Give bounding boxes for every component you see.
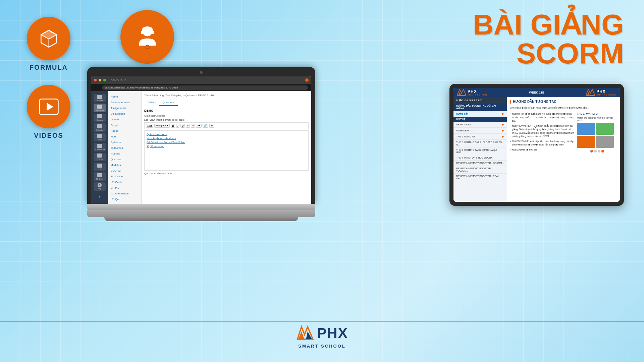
editor-link-instructions[interactable]: Quiz Instructions: bbox=[147, 133, 306, 136]
nav-lti-grade[interactable]: LTI Grade bbox=[94, 153, 106, 161]
nav-lti-attendance-label: LTI Attendance bbox=[94, 148, 105, 150]
sidebar-quizzes[interactable]: Quizzes bbox=[108, 157, 141, 162]
calendar-icon bbox=[97, 124, 102, 128]
scorm-menu-review-gram[interactable]: REVIEW & MEMORY BOOSTER - GRAMM... bbox=[453, 161, 507, 166]
url-input[interactable]: canvas.phenikaa-uni.edu.vn/courses/5886/… bbox=[102, 85, 308, 90]
nav-collapse[interactable]: ⟨ bbox=[99, 192, 100, 201]
character-icon-circle[interactable] bbox=[120, 10, 174, 64]
forward-arrow-icon[interactable]: › bbox=[98, 86, 99, 89]
format-link[interactable]: 🔗 bbox=[203, 124, 208, 128]
sidebar-assignments[interactable]: Assignments bbox=[108, 105, 141, 111]
phx-main-logo-icon bbox=[296, 324, 314, 342]
phx-logo-group: PHX bbox=[296, 324, 348, 342]
toolbar-view[interactable]: View bbox=[150, 119, 155, 121]
sidebar-modules[interactable]: Modules bbox=[108, 162, 141, 168]
format-list[interactable]: ☰ bbox=[209, 124, 214, 128]
tab-details[interactable]: Details bbox=[144, 100, 159, 106]
canvas-editor-content[interactable]: Quiz Instructions: View keyboard shortcu… bbox=[144, 130, 309, 171]
scorm-menu-overview[interactable]: OVERVIEW ▶ bbox=[453, 128, 507, 134]
nav-courses[interactable]: Courses bbox=[94, 114, 106, 122]
scorm-menu-huongdan[interactable]: Hướng dẫn ▶ bbox=[453, 111, 507, 117]
sidebar-lti-quiz[interactable]: LTI Quiz bbox=[108, 196, 141, 202]
format-align-left[interactable]: ≡ bbox=[191, 124, 195, 128]
nav-account[interactable]: Account bbox=[94, 94, 106, 102]
nav-calendar[interactable]: Calendar bbox=[94, 123, 106, 132]
toolbar-tools[interactable]: Tools bbox=[172, 119, 177, 121]
nav-dot-next[interactable] bbox=[601, 150, 604, 153]
nav-dot-1[interactable] bbox=[594, 150, 597, 153]
bai-giang-line2: SCORM bbox=[517, 37, 624, 69]
nav-dot-2[interactable] bbox=[598, 150, 600, 153]
editor-link-12pt[interactable]: 12ptParagraph bbox=[147, 145, 306, 148]
format-bold[interactable]: B bbox=[171, 124, 175, 128]
toolbar-edit[interactable]: Edit bbox=[144, 119, 148, 121]
nav-dashboard[interactable]: Dashboard bbox=[94, 104, 106, 112]
scorm-review-real-label: REVIEW & MEMORY BOOSTER - REAL LIF... bbox=[456, 175, 504, 180]
nav-help-label: Help bbox=[98, 188, 101, 190]
sidebar-rubrics[interactable]: Rubrics bbox=[108, 151, 141, 157]
sidebar-syllabus[interactable]: Syllabus bbox=[108, 139, 141, 145]
tab-questions[interactable]: Questions bbox=[159, 100, 178, 106]
sidebar-scorm[interactable]: SCORM bbox=[108, 168, 141, 174]
format-strikethrough[interactable]: S̶ bbox=[186, 124, 190, 128]
nav-lti-pis-label: LTI PIS bbox=[97, 168, 102, 170]
sidebar-outcomes[interactable]: Outcomes bbox=[108, 145, 141, 151]
scorm-phx-logo-right: PHX SMART SCHOOL bbox=[586, 89, 616, 96]
sidebar-lti-attendance[interactable]: LTI Attendance bbox=[108, 191, 141, 196]
scorm-menu-review-vocab[interactable]: REVIEW & MEMORY BOOSTER - VOCABL... bbox=[453, 166, 507, 174]
decorative-line bbox=[0, 321, 644, 322]
toolbar-table[interactable]: Table bbox=[179, 119, 184, 121]
scorm-glossary-title: MỤC GLOSSARY bbox=[453, 97, 507, 104]
nav-account-label: Account bbox=[97, 100, 103, 102]
videos-icon-circle[interactable] bbox=[27, 85, 70, 128]
laptop-screen: DEMO 11-10 ‹ › canvas.phenikaa-uni.edu.v… bbox=[91, 76, 311, 204]
sidebar-lti-pis[interactable]: LTI PIS bbox=[108, 185, 141, 191]
canvas-editor-toolbar: Edit View Insert Format Tools Table bbox=[144, 119, 309, 121]
sidebar-lti-grade[interactable]: LTI Grade bbox=[108, 179, 141, 185]
back-arrow-icon[interactable]: ‹ bbox=[95, 86, 96, 89]
format-fontsize[interactable]: 12pt bbox=[146, 124, 153, 128]
sidebar-pages[interactable]: Pages bbox=[108, 128, 141, 134]
format-color[interactable]: A▾ bbox=[196, 124, 202, 128]
phx-brand-name: PHX bbox=[468, 89, 488, 94]
format-italic[interactable]: I bbox=[176, 124, 179, 128]
nav-lti-attendance[interactable]: LTI Attendance bbox=[94, 143, 106, 151]
scorm-menu-the1[interactable]: THE 1: WARM-UP ▶ bbox=[453, 134, 507, 140]
toolbar-insert[interactable]: Insert bbox=[156, 119, 162, 121]
format-style[interactable]: Paragraph ▾ bbox=[154, 124, 170, 128]
lti-grade-icon bbox=[97, 154, 102, 158]
format-underline[interactable]: U bbox=[180, 124, 185, 128]
sidebar-td-online[interactable]: TD Online bbox=[108, 174, 141, 179]
editor-link-keyboard[interactable]: View keyboard shortcuts bbox=[147, 137, 306, 140]
img-cell-2 bbox=[596, 123, 614, 135]
scorm-menu-the4[interactable]: THE 4: WRAP-UP & HOMEWORK bbox=[453, 155, 507, 161]
toolbar-format[interactable]: Format bbox=[163, 119, 171, 121]
sidebar-discussions[interactable]: Discussions bbox=[108, 111, 141, 117]
nav-lti-pis[interactable]: LTI PIS bbox=[94, 163, 106, 171]
scorm-menu-the3[interactable]: THE 3: WRITING TASK (OPTIONAL) A GUE... bbox=[453, 147, 507, 155]
td-online-icon bbox=[97, 173, 102, 177]
bullet-text-1: Nút mũi tên để chuyển sang nội dung tiếp… bbox=[512, 112, 575, 123]
scorm-menu-review-real[interactable]: REVIEW & MEMORY BOOSTER - REAL LIF... bbox=[453, 174, 507, 181]
formula-label: FORMULA bbox=[30, 64, 68, 71]
nav-dot-prev[interactable] bbox=[590, 150, 593, 153]
phx-brand-subtitle-right: SMART SCHOOL bbox=[596, 94, 616, 96]
nav-td-online[interactable]: TD Online bbox=[94, 172, 106, 181]
scorm-menu-the2[interactable]: THE 2: WRITING SKILL: CLOSED & OPEN Q... bbox=[453, 140, 507, 147]
formula-icon-circle[interactable] bbox=[27, 17, 70, 60]
scorm-left-panel: MỤC GLOSSARY HƯỚNG DẪN TƯƠNG TÁC VỚI BÀI… bbox=[453, 97, 507, 202]
sidebar-people[interactable]: People bbox=[108, 122, 141, 128]
sidebar-home[interactable]: Home bbox=[108, 94, 141, 100]
editor-link-editview[interactable]: EditViewInsertFormatToolsTable bbox=[147, 141, 306, 144]
sidebar-grades[interactable]: Grades bbox=[108, 117, 141, 122]
nav-inbox[interactable]: Inbox bbox=[94, 133, 106, 141]
scorm-phx-logo: PHX SMART SCHOOL bbox=[457, 89, 488, 96]
scorm-menu-item-label: Hướng dẫn bbox=[456, 113, 468, 115]
scorm-arrow-objectives: ▶ bbox=[502, 123, 504, 126]
scorm-menu-objectives[interactable]: OBJECTIVES ▶ bbox=[453, 122, 507, 128]
red-button bbox=[305, 78, 309, 82]
sidebar-files[interactable]: Files bbox=[108, 134, 141, 139]
sidebar-announcements[interactable]: Announcements bbox=[108, 100, 141, 105]
nav-help[interactable]: ? Help bbox=[94, 182, 106, 191]
svg-marker-12 bbox=[458, 92, 461, 96]
